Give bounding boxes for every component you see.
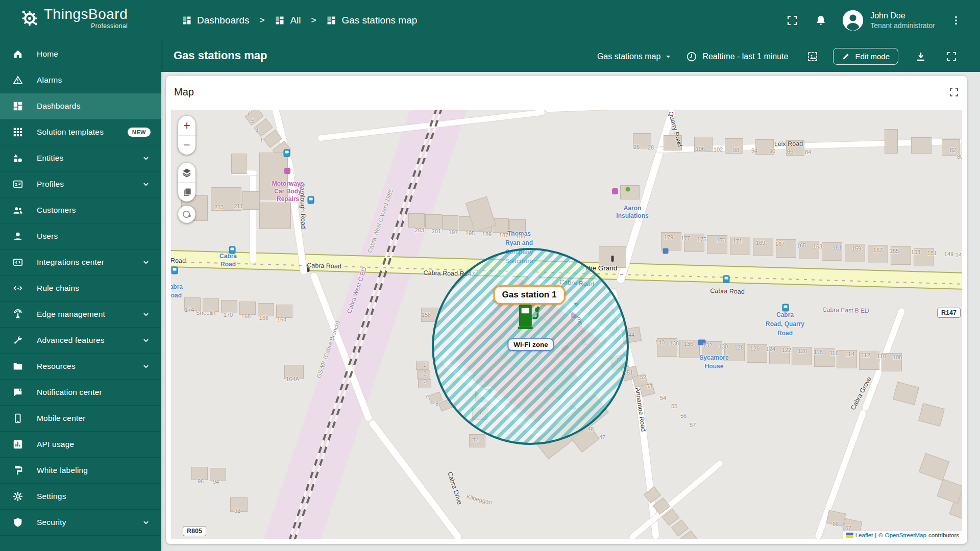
sidebar-item-users[interactable]: Users xyxy=(0,223,161,249)
solution-icon xyxy=(12,127,23,138)
map-label: 187 xyxy=(499,232,508,238)
new-badge: NEW xyxy=(128,128,151,137)
map-label: Cabra xyxy=(171,283,183,290)
bus-stop-icon xyxy=(782,304,789,312)
download-button[interactable] xyxy=(914,49,928,64)
building xyxy=(885,129,898,154)
map-label: 108 xyxy=(893,354,902,360)
building xyxy=(425,214,442,229)
breadcrumb-label: Dashboards xyxy=(197,15,249,26)
sidebar-item-resources[interactable]: Resources xyxy=(0,354,161,380)
sidebar-item-solution-templates[interactable]: Solution templatesNEW xyxy=(0,119,161,145)
mobile-icon xyxy=(12,413,23,424)
gas-station-marker[interactable] xyxy=(518,303,541,330)
map-label: 51 xyxy=(627,369,633,375)
sidebar-item-settings[interactable]: Settings xyxy=(0,484,161,510)
building xyxy=(918,403,945,427)
map-label: 175 xyxy=(697,236,706,242)
shop-poi-icon xyxy=(612,188,618,194)
app-header: ThingsBoard Professional Dashboards>All>… xyxy=(0,0,980,41)
map-label: 86 xyxy=(787,148,793,155)
building xyxy=(937,479,962,504)
sidebar-item-label: Solution templates xyxy=(37,128,104,137)
map-label: Cabra Road xyxy=(307,262,341,270)
timewindow-button[interactable]: Realtime - last 1 minute xyxy=(686,51,788,62)
chevron-down-icon xyxy=(141,518,151,527)
settings-icon xyxy=(12,491,23,502)
sidebar-item-dashboards[interactable]: Dashboards xyxy=(0,93,161,119)
map-type-button[interactable] xyxy=(178,182,195,202)
sidebar-item-advanced-features[interactable]: Advanced features xyxy=(0,328,161,354)
map-label: 47 xyxy=(599,434,605,440)
map-label: 84 xyxy=(805,149,811,155)
edit-mode-button[interactable]: Edit mode xyxy=(833,48,898,65)
sidebar-item-label: Settings xyxy=(37,492,66,501)
draw-circle-button[interactable] xyxy=(178,206,195,223)
zoom-out-button[interactable]: − xyxy=(178,135,195,155)
sidebar-item-home[interactable]: Home xyxy=(0,41,161,67)
map-label: 147 xyxy=(955,252,962,258)
sidebar-item-label: Resources xyxy=(37,362,76,371)
api-icon xyxy=(12,439,23,450)
brand-subtitle: Professional xyxy=(44,22,128,30)
map-label: 90 xyxy=(769,148,775,154)
breadcrumb-item[interactable]: Dashboards xyxy=(182,15,249,26)
sidebar: HomeAlarmsDashboardsSolution templatesNE… xyxy=(0,41,161,551)
sidebar-item-alarms[interactable]: Alarms xyxy=(0,67,161,93)
breadcrumb: Dashboards>All>Gas stations map xyxy=(182,0,417,41)
user-role: Tenant administrator xyxy=(870,21,935,30)
map-label: 158 xyxy=(422,312,431,318)
breadcrumb-item[interactable]: Gas stations map xyxy=(326,15,417,26)
widget-fullscreen-button[interactable] xyxy=(948,86,960,98)
thingsboard-logo[interactable]: ThingsBoard Professional xyxy=(19,7,128,30)
road-ref-badge: R805 xyxy=(183,526,206,536)
sidebar-item-profiles[interactable]: Profiles xyxy=(0,171,161,197)
breadcrumb-item[interactable]: All xyxy=(275,15,301,26)
map-label: 151 xyxy=(927,250,937,256)
map-label: 118 xyxy=(814,349,823,355)
sidebar-item-mobile-center[interactable]: Mobile center xyxy=(0,406,161,432)
map-label: 149 xyxy=(944,251,953,257)
sidebar-item-api-usage[interactable]: API usage xyxy=(0,432,161,458)
map-label: 173 xyxy=(717,237,726,243)
dashboard-icon xyxy=(326,15,336,26)
map-label: 116 xyxy=(829,350,839,356)
notifications-button[interactable] xyxy=(813,13,828,28)
sidebar-item-edge-management[interactable]: Edge management xyxy=(0,302,161,328)
page-title: Gas stations map xyxy=(174,49,267,62)
entities-icon xyxy=(12,153,23,164)
wifi-zone-tooltip[interactable]: Wi-Fi zone xyxy=(507,338,554,351)
sidebar-item-notification-center[interactable]: Notification center xyxy=(0,380,161,406)
map-label: 132 xyxy=(703,342,712,348)
notification-icon xyxy=(12,387,23,398)
background-image-button[interactable] xyxy=(805,49,820,64)
fullscreen-button[interactable] xyxy=(785,13,800,28)
edge-icon xyxy=(12,309,23,320)
leaflet-map[interactable]: RoadCabra RoadCabra Road R147Cabra RoadC… xyxy=(171,110,962,539)
chevron-down-icon xyxy=(665,53,672,60)
leaflet-link[interactable]: Leaflet xyxy=(855,532,873,538)
user-menu[interactable]: John Doe Tenant administrator xyxy=(842,9,935,32)
zoom-in-button[interactable]: + xyxy=(178,116,195,135)
station-tooltip[interactable]: Gas station 1 xyxy=(494,285,566,305)
map-label: Cabra Road xyxy=(710,287,745,295)
sidebar-item-security[interactable]: Security xyxy=(0,510,161,536)
breadcrumb-separator: > xyxy=(308,15,320,26)
dashboard-icon xyxy=(275,15,285,26)
osm-link[interactable]: OpenStreetMap xyxy=(885,532,926,538)
sidebar-item-label: API usage xyxy=(37,440,74,449)
sidebar-item-label: Notification center xyxy=(37,388,102,397)
sidebar-item-rule-chains[interactable]: Rule chains xyxy=(0,276,161,302)
sidebar-item-integrations-center[interactable]: Integrations center xyxy=(0,249,161,276)
sidebar-item-customers[interactable]: Customers xyxy=(0,197,161,223)
dashboard-select[interactable]: Gas stations map xyxy=(597,52,672,61)
map-label: Road xyxy=(171,292,182,299)
user-name: John Doe xyxy=(870,11,935,21)
sidebar-item-entities[interactable]: Entities xyxy=(0,145,161,171)
map-label: 112 xyxy=(861,352,870,358)
more-menu-button[interactable] xyxy=(948,13,964,28)
toolbar-fullscreen-button[interactable] xyxy=(944,49,959,64)
layers-button[interactable] xyxy=(178,163,195,182)
sidebar-item-white-labeling[interactable]: White labeling xyxy=(0,458,161,484)
map-label: 2 xyxy=(423,370,426,377)
